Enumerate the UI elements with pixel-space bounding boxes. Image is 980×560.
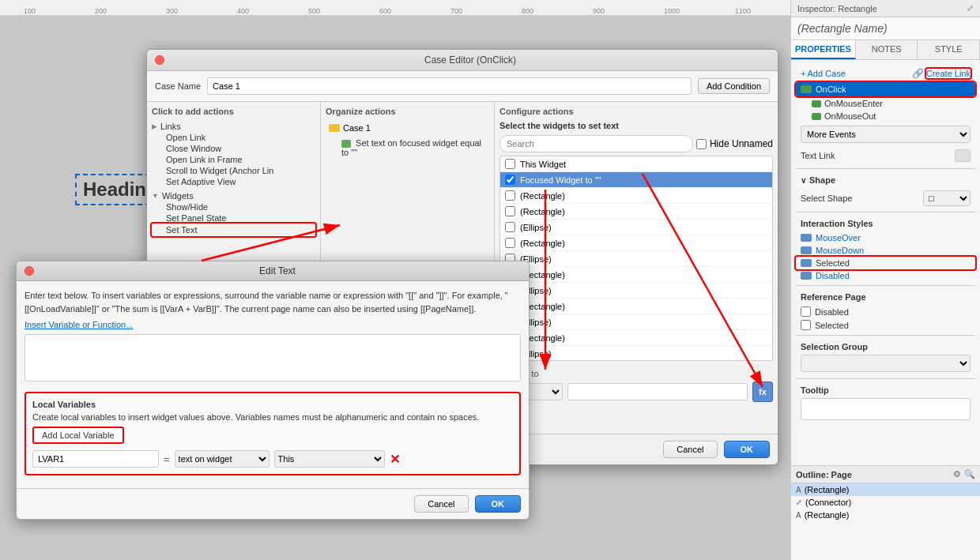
var-delete-button-1[interactable]: ✕ (390, 452, 400, 467)
widget-checkbox-focused[interactable] (505, 175, 515, 185)
edit-text-cancel-button[interactable]: Cancel (414, 495, 468, 513)
disabled-checkbox-row: Disabled (796, 305, 975, 318)
widget-row-rect5[interactable]: (Rectangle) (500, 299, 772, 314)
case-editor-cancel-button[interactable]: Cancel (663, 441, 717, 458)
edit-text-body: Enter text below. To insert variables or… (17, 281, 529, 488)
tree-item-show-hide[interactable]: Show/Hide (152, 201, 315, 212)
inspector-expand-icon[interactable]: ⤢ (967, 3, 974, 13)
add-case-button[interactable]: Add Case (801, 69, 846, 78)
widget-row-rect1[interactable]: (Rectangle) (500, 188, 772, 204)
tooltip-input[interactable] (801, 398, 971, 420)
selected-checkbox[interactable] (801, 320, 811, 330)
widget-row-rect6[interactable]: (Rectangle) (500, 330, 772, 346)
var-name-input-1[interactable] (32, 450, 159, 468)
add-local-var-button[interactable]: Add Local Variable (32, 427, 124, 444)
col-links-header: Click to add actions (152, 107, 315, 116)
var-equals-1: = (164, 453, 170, 465)
ruler-tick: 700 (450, 7, 462, 15)
tree-item-set-text[interactable]: Set Text (152, 224, 315, 236)
case-action-1[interactable]: Set text on focused widget equal to "" (326, 137, 489, 159)
case-editor-ok-button[interactable]: OK (724, 441, 771, 458)
widget-row-focused[interactable]: Focused Widget to "" (500, 172, 772, 188)
case-name-input[interactable] (207, 77, 692, 95)
more-events-select[interactable]: More Events (801, 126, 971, 143)
widget-row-rect3[interactable]: (Rectangle) (500, 235, 772, 251)
inspector-actions-row: Add Case 🔗 Create Link (796, 65, 975, 82)
widget-row-ellipse4[interactable]: (Ellipse) (500, 314, 772, 330)
selection-group-select[interactable] (801, 355, 971, 372)
widget-checkbox-this[interactable] (505, 159, 515, 169)
disabled-style[interactable]: Disabled (796, 269, 975, 282)
ruler-tick: 400 (237, 7, 249, 15)
links-group-header[interactable]: ▶ Links (152, 121, 315, 132)
ruler-tick: 800 (522, 7, 533, 15)
widget-row-this[interactable]: This Widget (500, 156, 772, 172)
mouseover-style[interactable]: MouseOver (796, 231, 975, 244)
selected-label: Selected (816, 258, 850, 268)
local-vars-title: Local Variables (32, 400, 513, 409)
mousedown-icon (801, 246, 812, 254)
select-shape-label: Select Shape (801, 194, 923, 203)
edit-text-textarea[interactable] (24, 334, 521, 381)
widgets-group-header[interactable]: ▼ Widgets (152, 190, 315, 201)
case-editor-close-button[interactable] (155, 55, 164, 65)
tree-item-open-link-frame[interactable]: Open Link in Frame (152, 154, 315, 165)
tab-properties[interactable]: PROPERTIES (791, 40, 856, 59)
widget-checkbox-ellipse1[interactable] (505, 222, 515, 232)
hide-unnamed-checkbox[interactable] (696, 139, 707, 149)
onclick-event[interactable]: OnClick (796, 82, 975, 96)
insert-var-link[interactable]: Insert Variable or Function... (24, 320, 521, 329)
outline-item-rectangle-1[interactable]: A (Rectangle) (791, 483, 980, 496)
outline-search-icon[interactable]: 🔍 (964, 469, 975, 479)
tree-item-set-panel-state[interactable]: Set Panel State (152, 212, 315, 224)
widget-checkbox-rect1[interactable] (505, 190, 515, 201)
tree-item-close-window[interactable]: Close Window (152, 143, 315, 154)
case-item-1[interactable]: Case 1 (326, 121, 489, 135)
onmouseout-event[interactable]: OnMouseOut (796, 110, 975, 122)
onclick-icon (801, 85, 812, 93)
selection-group-label: Selection Group (796, 339, 975, 355)
tree-item-open-link[interactable]: Open Link (152, 132, 315, 143)
disabled-checkbox[interactable] (801, 306, 811, 317)
selected-icon (801, 259, 812, 267)
onmouseenter-icon (812, 100, 821, 107)
edit-text-title: Edit Text (34, 265, 521, 276)
ruler-tick: 200 (95, 7, 107, 15)
tree-item-set-adaptive[interactable]: Set Adaptive View (152, 176, 315, 187)
value-input[interactable] (567, 383, 748, 400)
outline-item-rectangle-2[interactable]: A (Rectangle) (791, 509, 980, 521)
widget-checkbox-rect2[interactable] (505, 206, 515, 216)
tree-item-scroll-widget[interactable]: Scroll to Widget (Anchor Lin (152, 165, 315, 176)
var-widget-select-1[interactable]: This (274, 450, 385, 468)
selected-check-label: Selected (815, 321, 849, 330)
var-type-select-1[interactable]: text on widget (175, 450, 270, 468)
mousedown-style[interactable]: MouseDown (796, 244, 975, 257)
widget-row-ellipse5[interactable]: (Ellipse) (500, 346, 772, 361)
selected-style[interactable]: Selected (796, 257, 975, 269)
widget-row-rect4[interactable]: (Rectangle) (500, 267, 772, 283)
col-organize-header: Organize actions (326, 107, 489, 116)
shape-select[interactable]: □ (923, 190, 971, 206)
tooltip-label: Tooltip (796, 382, 975, 398)
edit-text-close-button[interactable] (24, 266, 34, 276)
text-link-button[interactable] (955, 149, 971, 162)
onmouseenter-event[interactable]: OnMouseEnter (796, 97, 975, 110)
outline-item-connector[interactable]: ⤢ (Connector) (791, 496, 980, 509)
case-name-label: Case Name (155, 81, 201, 91)
tab-style[interactable]: STYLE (918, 40, 980, 59)
tab-notes[interactable]: NOTES (856, 40, 918, 59)
add-condition-button[interactable]: Add Condition (698, 78, 770, 94)
fx-button[interactable]: fx (752, 381, 773, 402)
outline-filter-icon[interactable]: ⚙ (953, 469, 961, 479)
widget-label-this: This Widget (520, 160, 566, 169)
widget-checkbox-rect3[interactable] (505, 238, 515, 248)
create-link-button[interactable]: 🔗 Create Link (912, 68, 971, 79)
widget-row-ellipse3[interactable]: (Ellipse) (500, 283, 772, 299)
widget-row-ellipse2[interactable]: (Ellipse) (500, 251, 772, 267)
edit-text-ok-button[interactable]: OK (475, 495, 522, 513)
search-input[interactable] (499, 135, 693, 152)
hide-unnamed-label: Hide Unnamed (710, 138, 773, 149)
case-icon-1 (329, 124, 340, 132)
widget-row-ellipse1[interactable]: (Ellipse) (500, 220, 772, 235)
widget-row-rect2[interactable]: (Rectangle) (500, 204, 772, 220)
